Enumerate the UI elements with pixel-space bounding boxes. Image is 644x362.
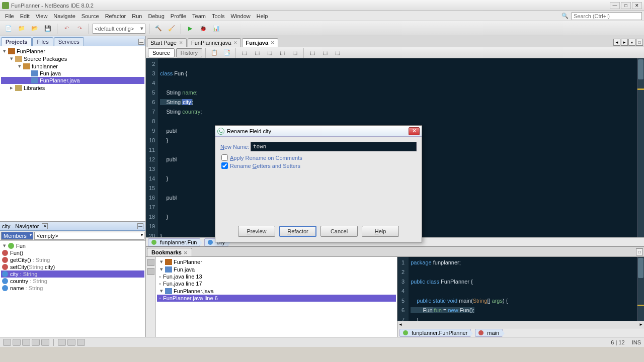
editor-btn-3[interactable]: ⬚ — [239, 47, 250, 58]
tab-fun-java[interactable]: Fun.java✕ — [242, 38, 278, 47]
history-view-button[interactable]: History — [176, 48, 202, 57]
tab-bookmarks[interactable]: Bookmarks✕ — [147, 248, 192, 256]
editor-tab-left-icon[interactable]: ◄ — [613, 39, 620, 46]
editor-tab-list-icon[interactable]: ▾ — [628, 39, 635, 46]
bm-icon-1[interactable] — [147, 259, 154, 266]
close-icon[interactable]: ✕ — [233, 40, 237, 45]
config-combo[interactable]: <default config>▾ — [93, 24, 145, 34]
editor-btn-5[interactable]: ⬚ — [264, 47, 275, 58]
nav-field-country[interactable]: country : String — [10, 278, 47, 284]
tree-libraries[interactable]: Libraries — [24, 85, 45, 91]
save-all-icon[interactable]: 💾 — [42, 23, 53, 34]
minimize-panel-icon[interactable]: — — [138, 39, 144, 45]
menu-profile[interactable]: Profile — [168, 12, 189, 20]
undo-icon[interactable]: ↶ — [61, 23, 72, 34]
profile-icon[interactable]: 📊 — [211, 23, 222, 34]
editor-tab-right-icon[interactable]: ► — [621, 39, 628, 46]
rename-getset-checkbox[interactable] — [221, 162, 228, 169]
rename-getset-label[interactable]: Rename Getters and Setters — [230, 163, 300, 169]
menu-edit[interactable]: Edit — [17, 12, 33, 20]
nav-field-name[interactable]: name : String — [10, 285, 43, 291]
navigator-view-combo[interactable]: Members — [1, 232, 33, 240]
maximize-button[interactable]: □ — [621, 2, 631, 9]
editor-btn-7[interactable]: ⬚ — [289, 47, 300, 58]
editor-btn-8[interactable]: ⬚ — [307, 47, 318, 58]
navigator-filter-combo[interactable]: <empty> — [34, 232, 144, 240]
editor-btn-10[interactable]: ⬚ — [332, 47, 343, 58]
menu-view[interactable]: View — [33, 12, 51, 20]
tab-funplanner-java[interactable]: FunPlanner.java✕ — [188, 38, 242, 47]
minimize-button[interactable]: — — [610, 2, 620, 9]
redo-icon[interactable]: ↷ — [74, 23, 85, 34]
nav-field-city[interactable]: city : String — [10, 271, 37, 277]
editor-btn-4[interactable]: ⬚ — [252, 47, 263, 58]
bm-project[interactable]: FunPlanner — [174, 259, 202, 265]
cancel-button[interactable]: Cancel — [320, 226, 358, 237]
bookmarks-maximize-icon[interactable]: □ — [636, 248, 643, 255]
run-icon[interactable]: ▶ — [185, 23, 196, 34]
nav-class[interactable]: Fun — [16, 243, 26, 249]
tree-fun-java[interactable]: Fun.java — [40, 70, 61, 76]
build-icon[interactable]: 🔨 — [153, 23, 164, 34]
navigator-minimize-icon[interactable]: — — [137, 223, 143, 229]
menu-source[interactable]: Source — [78, 12, 102, 20]
breadcrumb-class[interactable]: funplanner.Fun — [148, 238, 200, 246]
dialog-titlebar[interactable]: Rename Field city ✕ — [215, 126, 422, 137]
apply-comments-checkbox[interactable] — [221, 154, 228, 161]
menu-run[interactable]: Run — [129, 12, 145, 20]
menu-help[interactable]: Help — [254, 12, 271, 20]
new-name-input[interactable] — [251, 142, 417, 151]
apply-comments-label[interactable]: Apply Rename on Comments — [230, 155, 302, 161]
editor-scrollbar[interactable] — [637, 58, 644, 237]
menu-team[interactable]: Team — [189, 12, 209, 20]
bm-funplanner-6[interactable]: FunPlanner.java line 6 — [163, 295, 218, 301]
close-icon[interactable]: ✕ — [271, 40, 275, 45]
help-button[interactable]: Help — [362, 226, 399, 237]
editor-btn-6[interactable]: ⬚ — [277, 47, 288, 58]
close-icon[interactable]: ✕ — [179, 40, 183, 45]
editor-btn-9[interactable]: ⬚ — [319, 47, 331, 58]
bookmark-tree[interactable]: ▾FunPlanner ▾Fun.java ◦Fun.java line 13 … — [156, 257, 397, 337]
bookmark-preview-editor[interactable]: 1234567 package funplanner; public class… — [397, 257, 644, 321]
bm-icon-2[interactable] — [147, 268, 154, 275]
menu-file[interactable]: File — [2, 12, 17, 20]
editor-btn-1[interactable]: 📋 — [209, 47, 220, 58]
status-icon-7[interactable] — [67, 339, 75, 346]
menu-refactor[interactable]: Refactor — [102, 12, 129, 20]
tree-funplanner-java[interactable]: FunPlanner.java — [40, 77, 80, 83]
navigator-close-icon[interactable]: ✕ — [42, 223, 48, 229]
status-icon-5[interactable] — [41, 339, 49, 346]
bm-fun-17[interactable]: Fun.java line 17 — [163, 281, 202, 287]
refactor-button[interactable]: Refactor — [279, 226, 316, 237]
tab-files[interactable]: Files — [32, 37, 53, 46]
bm-funplanner-java[interactable]: FunPlanner.java — [174, 288, 214, 294]
preview-hscroll[interactable] — [397, 321, 644, 328]
tab-projects[interactable]: Projects — [1, 37, 32, 46]
nav-ctor[interactable]: Fun() — [10, 250, 23, 256]
menu-debug[interactable]: Debug — [145, 12, 167, 20]
close-button[interactable]: ✕ — [632, 2, 642, 9]
new-project-icon[interactable]: 📁 — [16, 23, 27, 34]
menu-window[interactable]: Window — [228, 12, 254, 20]
new-file-icon[interactable]: 📄 — [3, 23, 14, 34]
nav-setcity[interactable]: setCity(String city) — [10, 264, 55, 270]
source-view-button[interactable]: Source — [148, 48, 175, 57]
status-icon-2[interactable] — [13, 339, 21, 346]
editor-maximize-icon[interactable]: □ — [636, 39, 643, 46]
editor-btn-2[interactable]: 📑 — [221, 47, 232, 58]
open-icon[interactable]: 📂 — [29, 23, 40, 34]
tab-start-page[interactable]: Start Page✕ — [147, 38, 187, 47]
preview-crumb-method[interactable]: main — [475, 329, 503, 337]
debug-icon[interactable]: 🐞 — [198, 23, 209, 34]
status-icon-8[interactable] — [77, 339, 85, 346]
nav-getcity[interactable]: getCity() : String — [10, 257, 50, 263]
menu-navigate[interactable]: Navigate — [50, 12, 78, 20]
tree-source-packages[interactable]: Source Packages — [24, 56, 67, 62]
navigator-tree[interactable]: ▾Fun Fun() getCity() : String setCity(St… — [0, 241, 145, 337]
tree-package[interactable]: funplanner — [32, 63, 58, 69]
bm-fun-java[interactable]: Fun.java — [174, 266, 195, 273]
close-icon[interactable]: ✕ — [184, 250, 188, 255]
preview-crumb-class[interactable]: funplanner.FunPlanner — [399, 329, 471, 337]
status-icon-6[interactable] — [58, 339, 66, 346]
status-icon-3[interactable] — [22, 339, 30, 346]
